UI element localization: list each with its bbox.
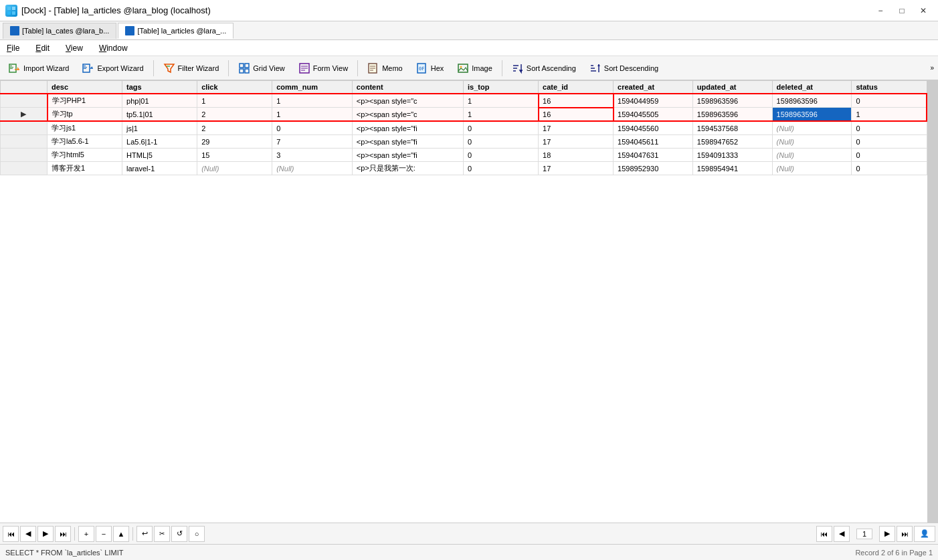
export-wizard-button[interactable]: Export Wizard <box>76 59 149 78</box>
cell-desc[interactable]: 学习js1 <box>48 121 122 135</box>
cell-is_top[interactable]: 0 <box>463 135 538 149</box>
cell-updated_at[interactable]: 1594537568 <box>692 121 772 135</box>
image-button[interactable]: Image <box>451 59 498 78</box>
close-button[interactable]: ✕ <box>914 3 933 18</box>
cell-comm_num[interactable]: (Null) <box>272 162 353 175</box>
page-first-button[interactable]: ⏮ <box>816 526 832 542</box>
cell-updated_at[interactable]: 1598954941 <box>692 162 772 175</box>
cell-click[interactable]: 2 <box>197 108 272 122</box>
cell-tags[interactable]: La5.6|1-1 <box>122 135 197 149</box>
cell-is_top[interactable]: 0 <box>463 162 538 175</box>
cell-created_at[interactable]: 1594044959 <box>614 94 693 108</box>
table-row[interactable]: 学习html5HTML|5153<p><span style="fi018159… <box>1 149 927 162</box>
cell-updated_at[interactable]: 1598947652 <box>692 135 772 149</box>
cell-deleted_at[interactable]: 1598963596 <box>772 108 852 122</box>
minimize-button[interactable]: − <box>871 3 890 18</box>
table-row[interactable]: 学习la5.6-1La5.6|1-1297<p><span style="fi0… <box>1 135 927 149</box>
cell-click[interactable]: 1 <box>197 94 272 108</box>
menu-file[interactable]: File <box>4 42 22 54</box>
grid-view-button[interactable]: Grid View <box>232 59 290 78</box>
cell-tags[interactable]: laravel-1 <box>122 162 197 175</box>
menu-edit[interactable]: Edit <box>33 42 52 54</box>
page-prev-button[interactable]: ◀ <box>834 526 850 542</box>
toolbar-expand[interactable]: » <box>929 63 935 73</box>
cell-cate_id[interactable]: 16 <box>539 94 614 108</box>
import-wizard-button[interactable]: Import Wizard <box>3 59 75 78</box>
nav-last-button[interactable]: ⏭ <box>55 526 71 542</box>
memo-button[interactable]: Memo <box>361 59 409 78</box>
cell-content[interactable]: <p>只是我第一次: <box>352 162 463 175</box>
cell-cate_id[interactable]: 17 <box>539 162 614 175</box>
nav-prev-button[interactable]: ◀ <box>20 526 36 542</box>
cell-cate_id[interactable]: 17 <box>539 135 614 149</box>
table-wrapper[interactable]: desc tags click comm_num content is_top … <box>0 80 938 523</box>
page-last-button[interactable]: ⏭ <box>897 526 913 542</box>
cell-cate_id[interactable]: 18 <box>539 149 614 162</box>
cell-content[interactable]: <p><span style="fi <box>352 149 463 162</box>
cell-comm_num[interactable]: 7 <box>272 135 353 149</box>
cell-desc[interactable]: 学习tp <box>48 108 122 122</box>
col-header-status[interactable]: status <box>852 81 927 94</box>
hex-button[interactable]: 0F Hex <box>410 59 450 78</box>
cell-is_top[interactable]: 1 <box>463 108 538 122</box>
cell-comm_num[interactable]: 0 <box>272 121 353 135</box>
cell-is_top[interactable]: 1 <box>463 94 538 108</box>
cell-click[interactable]: 2 <box>197 121 272 135</box>
cell-status[interactable]: 1 <box>852 108 927 122</box>
cell-deleted_at[interactable]: (Null) <box>772 149 852 162</box>
cell-tags[interactable]: HTML|5 <box>122 149 197 162</box>
nav-move-up-button[interactable]: ▲ <box>113 526 129 542</box>
cell-status[interactable]: 0 <box>852 162 927 175</box>
cell-deleted_at[interactable]: (Null) <box>772 162 852 175</box>
cell-comm_num[interactable]: 1 <box>272 94 353 108</box>
cell-deleted_at[interactable]: (Null) <box>772 135 852 149</box>
cell-created_at[interactable]: 1594045611 <box>614 135 693 149</box>
nav-refresh-button[interactable]: ↺ <box>171 526 187 542</box>
col-header-is-top[interactable]: is_top <box>463 81 538 94</box>
cell-comm_num[interactable]: 3 <box>272 149 353 162</box>
cell-is_top[interactable]: 0 <box>463 121 538 135</box>
col-header-click[interactable]: click <box>197 81 272 94</box>
table-row[interactable]: 学习js1js|120<p><span style="fi01715940455… <box>1 121 927 135</box>
tab-la-articles[interactable]: [Table] la_articles @lara_... <box>118 23 233 39</box>
cell-tags[interactable]: php|01 <box>122 94 197 108</box>
col-header-updated-at[interactable]: updated_at <box>692 81 772 94</box>
menu-window[interactable]: Window <box>96 42 130 54</box>
col-header-desc[interactable]: desc <box>48 81 122 94</box>
cell-desc[interactable]: 学习la5.6-1 <box>48 135 122 149</box>
cell-created_at[interactable]: 1594045560 <box>614 121 693 135</box>
cell-comm_num[interactable]: 1 <box>272 108 353 122</box>
table-row[interactable]: 学习PHP1php|0111<p><span style="c116159404… <box>1 94 927 108</box>
cell-tags[interactable]: js|1 <box>122 121 197 135</box>
page-next-button[interactable]: ▶ <box>879 526 895 542</box>
table-row[interactable]: ▶学习tptp5.1|0121<p><span style="c11615940… <box>1 108 927 122</box>
cell-desc[interactable]: 博客开发1 <box>48 162 122 175</box>
cell-updated_at[interactable]: 1598963596 <box>692 94 772 108</box>
nav-clear-button[interactable]: ○ <box>189 526 205 542</box>
cell-updated_at[interactable]: 1598963596 <box>692 108 772 122</box>
cell-created_at[interactable]: 1594045505 <box>614 108 693 122</box>
menu-view[interactable]: View <box>63 42 86 54</box>
cell-updated_at[interactable]: 1594091333 <box>692 149 772 162</box>
nav-next-button[interactable]: ▶ <box>37 526 54 542</box>
cell-status[interactable]: 0 <box>852 135 927 149</box>
cell-desc[interactable]: 学习PHP1 <box>48 94 122 108</box>
sort-ascending-button[interactable]: Sort Ascending <box>506 59 582 78</box>
table-row[interactable]: 博客开发1laravel-1(Null)(Null)<p>只是我第一次:0171… <box>1 162 927 175</box>
nav-delete-button[interactable]: − <box>96 526 112 542</box>
cell-click[interactable]: (Null) <box>197 162 272 175</box>
col-header-tags[interactable]: tags <box>122 81 197 94</box>
cell-tags[interactable]: tp5.1|01 <box>122 108 197 122</box>
cell-content[interactable]: <p><span style="c <box>352 108 463 122</box>
cell-click[interactable]: 15 <box>197 149 272 162</box>
cell-status[interactable]: 0 <box>852 94 927 108</box>
col-header-content[interactable]: content <box>352 81 463 94</box>
cell-desc[interactable]: 学习html5 <box>48 149 122 162</box>
cell-click[interactable]: 29 <box>197 135 272 149</box>
cell-cate_id[interactable]: 17 <box>539 121 614 135</box>
form-view-button[interactable]: Form View <box>292 59 354 78</box>
col-header-comm-num[interactable]: comm_num <box>272 81 353 94</box>
cell-created_at[interactable]: 1594047631 <box>614 149 693 162</box>
maximize-button[interactable]: □ <box>893 3 911 18</box>
cell-content[interactable]: <p><span style="fi <box>352 135 463 149</box>
